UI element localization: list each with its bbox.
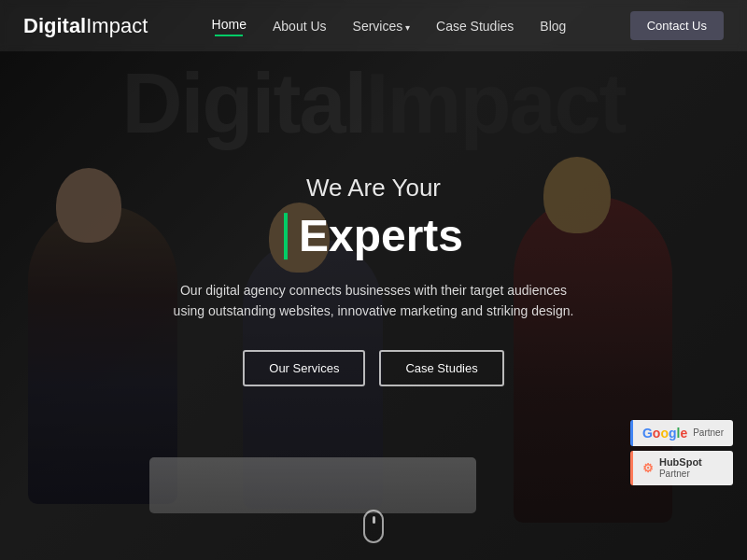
hubspot-logo: ⚙ [642, 461, 654, 475]
hero-title: Experts [140, 210, 607, 261]
nav-link-about[interactable]: About Us [273, 19, 327, 34]
nav-links: Home About Us Services Case Studies Blog [212, 16, 567, 36]
scroll-wheel [373, 516, 375, 524]
logo-bold: Digital [23, 14, 86, 37]
navbar: DigitalImpact Home About Us Services Cas… [0, 0, 747, 51]
nav-link-services[interactable]: Services [353, 19, 410, 34]
nav-item-case-studies[interactable]: Case Studies [436, 18, 514, 35]
scroll-indicator [363, 510, 384, 543]
hero-subtitle: We Are Your [140, 174, 607, 203]
hubspot-name: HubSpot [659, 456, 702, 469]
hubspot-badge-text: HubSpot Partner [659, 456, 702, 480]
google-logo: Google [642, 426, 687, 441]
nav-link-blog[interactable]: Blog [540, 19, 566, 34]
logo-light: Impact [86, 14, 148, 37]
hero-title-text: Experts [299, 210, 463, 261]
hero-section: DigitalImpact DigitalImpact Home About U… [0, 0, 747, 560]
title-bar-accent [284, 213, 288, 259]
case-studies-button[interactable]: Case Studies [379, 350, 503, 386]
contact-button[interactable]: Contact Us [630, 11, 724, 40]
google-partner-badge[interactable]: Google Partner [630, 420, 733, 446]
nav-link-case-studies[interactable]: Case Studies [436, 19, 514, 34]
nav-item-home[interactable]: Home [212, 16, 247, 36]
partner-badges: Google Partner ⚙ HubSpot Partner [630, 420, 733, 485]
our-services-button[interactable]: Our Services [243, 350, 365, 386]
scroll-mouse [363, 510, 384, 543]
nav-active-bar [215, 35, 243, 36]
nav-item-blog[interactable]: Blog [540, 18, 566, 35]
hero-buttons: Our Services Case Studies [140, 350, 607, 386]
hero-content: We Are Your Experts Our digital agency c… [140, 174, 607, 386]
nav-item-services[interactable]: Services [353, 18, 410, 35]
hero-description: Our digital agency connects businesses w… [173, 280, 574, 322]
google-partner-label: Partner [693, 427, 724, 439]
logo[interactable]: DigitalImpact [23, 14, 148, 38]
nav-item-about[interactable]: About Us [273, 18, 327, 35]
google-badge-text: Partner [693, 427, 724, 439]
nav-link-home[interactable]: Home [212, 17, 247, 32]
hubspot-partner-label: Partner [659, 469, 702, 480]
hubspot-partner-badge[interactable]: ⚙ HubSpot Partner [630, 451, 733, 485]
